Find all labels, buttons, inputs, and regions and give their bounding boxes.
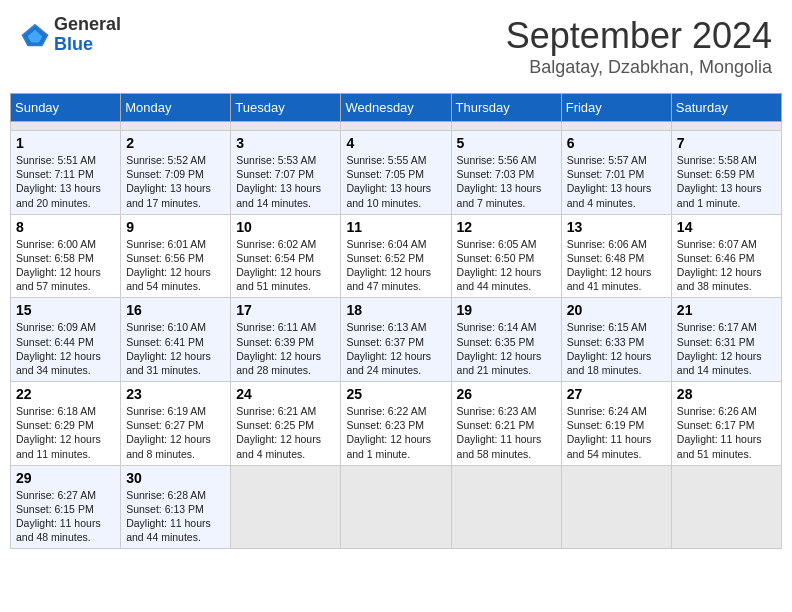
calendar-week-row <box>11 122 782 131</box>
cell-text: Sunrise: 6:01 AMSunset: 6:56 PMDaylight:… <box>126 237 225 294</box>
calendar-header-row: SundayMondayTuesdayWednesdayThursdayFrid… <box>11 94 782 122</box>
title-section: September 2024 Balgatay, Dzabkhan, Mongo… <box>506 15 772 78</box>
cell-text: Sunrise: 6:22 AMSunset: 6:23 PMDaylight:… <box>346 404 445 461</box>
day-number: 24 <box>236 386 335 402</box>
calendar-cell <box>231 465 341 549</box>
cell-text: Sunrise: 6:14 AMSunset: 6:35 PMDaylight:… <box>457 320 556 377</box>
day-number: 22 <box>16 386 115 402</box>
calendar-cell <box>341 465 451 549</box>
calendar-cell: 19Sunrise: 6:14 AMSunset: 6:35 PMDayligh… <box>451 298 561 382</box>
day-number: 8 <box>16 219 115 235</box>
day-header-monday: Monday <box>121 94 231 122</box>
calendar-cell: 13Sunrise: 6:06 AMSunset: 6:48 PMDayligh… <box>561 214 671 298</box>
cell-text: Sunrise: 5:52 AMSunset: 7:09 PMDaylight:… <box>126 153 225 210</box>
calendar: SundayMondayTuesdayWednesdayThursdayFrid… <box>10 93 782 549</box>
day-number: 2 <box>126 135 225 151</box>
calendar-cell: 18Sunrise: 6:13 AMSunset: 6:37 PMDayligh… <box>341 298 451 382</box>
day-number: 9 <box>126 219 225 235</box>
calendar-cell: 3Sunrise: 5:53 AMSunset: 7:07 PMDaylight… <box>231 131 341 215</box>
cell-text: Sunrise: 5:51 AMSunset: 7:11 PMDaylight:… <box>16 153 115 210</box>
cell-text: Sunrise: 6:11 AMSunset: 6:39 PMDaylight:… <box>236 320 335 377</box>
day-header-friday: Friday <box>561 94 671 122</box>
day-number: 23 <box>126 386 225 402</box>
day-number: 5 <box>457 135 556 151</box>
cell-text: Sunrise: 5:58 AMSunset: 6:59 PMDaylight:… <box>677 153 776 210</box>
cell-text: Sunrise: 5:56 AMSunset: 7:03 PMDaylight:… <box>457 153 556 210</box>
day-number: 18 <box>346 302 445 318</box>
day-number: 10 <box>236 219 335 235</box>
calendar-cell: 14Sunrise: 6:07 AMSunset: 6:46 PMDayligh… <box>671 214 781 298</box>
calendar-cell: 21Sunrise: 6:17 AMSunset: 6:31 PMDayligh… <box>671 298 781 382</box>
day-number: 25 <box>346 386 445 402</box>
cell-text: Sunrise: 5:55 AMSunset: 7:05 PMDaylight:… <box>346 153 445 210</box>
cell-text: Sunrise: 6:18 AMSunset: 6:29 PMDaylight:… <box>16 404 115 461</box>
day-number: 20 <box>567 302 666 318</box>
calendar-cell <box>11 122 121 131</box>
cell-text: Sunrise: 6:23 AMSunset: 6:21 PMDaylight:… <box>457 404 556 461</box>
calendar-cell: 17Sunrise: 6:11 AMSunset: 6:39 PMDayligh… <box>231 298 341 382</box>
cell-text: Sunrise: 6:17 AMSunset: 6:31 PMDaylight:… <box>677 320 776 377</box>
day-number: 26 <box>457 386 556 402</box>
calendar-cell <box>341 122 451 131</box>
cell-text: Sunrise: 5:57 AMSunset: 7:01 PMDaylight:… <box>567 153 666 210</box>
calendar-cell <box>561 465 671 549</box>
calendar-cell <box>561 122 671 131</box>
day-number: 27 <box>567 386 666 402</box>
calendar-cell: 27Sunrise: 6:24 AMSunset: 6:19 PMDayligh… <box>561 382 671 466</box>
day-number: 14 <box>677 219 776 235</box>
calendar-cell <box>671 122 781 131</box>
calendar-cell: 30Sunrise: 6:28 AMSunset: 6:13 PMDayligh… <box>121 465 231 549</box>
calendar-cell: 15Sunrise: 6:09 AMSunset: 6:44 PMDayligh… <box>11 298 121 382</box>
cell-text: Sunrise: 6:07 AMSunset: 6:46 PMDaylight:… <box>677 237 776 294</box>
calendar-week-row: 29Sunrise: 6:27 AMSunset: 6:15 PMDayligh… <box>11 465 782 549</box>
calendar-cell <box>231 122 341 131</box>
calendar-cell: 28Sunrise: 6:26 AMSunset: 6:17 PMDayligh… <box>671 382 781 466</box>
calendar-week-row: 1Sunrise: 5:51 AMSunset: 7:11 PMDaylight… <box>11 131 782 215</box>
cell-text: Sunrise: 6:13 AMSunset: 6:37 PMDaylight:… <box>346 320 445 377</box>
day-number: 19 <box>457 302 556 318</box>
day-number: 7 <box>677 135 776 151</box>
day-number: 28 <box>677 386 776 402</box>
day-number: 29 <box>16 470 115 486</box>
cell-text: Sunrise: 6:00 AMSunset: 6:58 PMDaylight:… <box>16 237 115 294</box>
calendar-cell: 11Sunrise: 6:04 AMSunset: 6:52 PMDayligh… <box>341 214 451 298</box>
cell-text: Sunrise: 6:26 AMSunset: 6:17 PMDaylight:… <box>677 404 776 461</box>
cell-text: Sunrise: 6:19 AMSunset: 6:27 PMDaylight:… <box>126 404 225 461</box>
cell-text: Sunrise: 6:28 AMSunset: 6:13 PMDaylight:… <box>126 488 225 545</box>
cell-text: Sunrise: 6:06 AMSunset: 6:48 PMDaylight:… <box>567 237 666 294</box>
calendar-cell: 2Sunrise: 5:52 AMSunset: 7:09 PMDaylight… <box>121 131 231 215</box>
day-header-saturday: Saturday <box>671 94 781 122</box>
day-number: 16 <box>126 302 225 318</box>
cell-text: Sunrise: 6:09 AMSunset: 6:44 PMDaylight:… <box>16 320 115 377</box>
day-number: 30 <box>126 470 225 486</box>
logo: General Blue <box>20 15 121 55</box>
calendar-cell: 4Sunrise: 5:55 AMSunset: 7:05 PMDaylight… <box>341 131 451 215</box>
day-number: 17 <box>236 302 335 318</box>
calendar-cell: 16Sunrise: 6:10 AMSunset: 6:41 PMDayligh… <box>121 298 231 382</box>
day-header-thursday: Thursday <box>451 94 561 122</box>
calendar-cell: 8Sunrise: 6:00 AMSunset: 6:58 PMDaylight… <box>11 214 121 298</box>
cell-text: Sunrise: 6:10 AMSunset: 6:41 PMDaylight:… <box>126 320 225 377</box>
subtitle: Balgatay, Dzabkhan, Mongolia <box>506 57 772 78</box>
calendar-cell <box>121 122 231 131</box>
day-number: 13 <box>567 219 666 235</box>
logo-general-text: General <box>54 15 121 35</box>
day-number: 4 <box>346 135 445 151</box>
calendar-cell: 12Sunrise: 6:05 AMSunset: 6:50 PMDayligh… <box>451 214 561 298</box>
cell-text: Sunrise: 6:15 AMSunset: 6:33 PMDaylight:… <box>567 320 666 377</box>
cell-text: Sunrise: 6:05 AMSunset: 6:50 PMDaylight:… <box>457 237 556 294</box>
calendar-cell: 9Sunrise: 6:01 AMSunset: 6:56 PMDaylight… <box>121 214 231 298</box>
logo-text: General Blue <box>54 15 121 55</box>
calendar-cell: 29Sunrise: 6:27 AMSunset: 6:15 PMDayligh… <box>11 465 121 549</box>
day-number: 12 <box>457 219 556 235</box>
calendar-cell: 1Sunrise: 5:51 AMSunset: 7:11 PMDaylight… <box>11 131 121 215</box>
calendar-cell <box>671 465 781 549</box>
cell-text: Sunrise: 6:24 AMSunset: 6:19 PMDaylight:… <box>567 404 666 461</box>
calendar-cell: 20Sunrise: 6:15 AMSunset: 6:33 PMDayligh… <box>561 298 671 382</box>
logo-blue-text: Blue <box>54 35 121 55</box>
logo-icon <box>20 20 50 50</box>
calendar-cell: 24Sunrise: 6:21 AMSunset: 6:25 PMDayligh… <box>231 382 341 466</box>
day-number: 21 <box>677 302 776 318</box>
day-number: 15 <box>16 302 115 318</box>
calendar-cell <box>451 122 561 131</box>
